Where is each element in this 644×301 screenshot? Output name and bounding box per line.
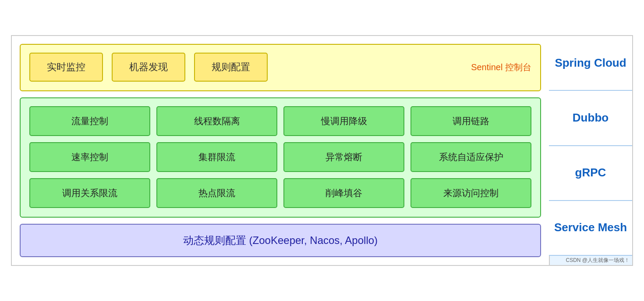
features-panel: 流量控制 线程数隔离 慢调用降级 调用链路 速率控制 集群限流 异常熔断 系统自…: [20, 97, 541, 218]
watermark: CSDN @人生就像一场戏！: [549, 256, 632, 265]
feature-thread-isolation: 线程数隔离: [156, 106, 277, 136]
feature-peak-shaving: 削峰填谷: [283, 178, 404, 208]
features-row-2: 速率控制 集群限流 异常熔断 系统自适应保护: [29, 142, 531, 172]
sentinel-box-config: 规则配置: [194, 53, 268, 82]
feature-call-chain: 调用链路: [410, 106, 531, 136]
features-row-1: 流量控制 线程数隔离 慢调用降级 调用链路: [29, 106, 531, 136]
feature-flow-control: 流量控制: [29, 106, 150, 136]
feature-slow-call: 慢调用降级: [283, 106, 404, 136]
feature-access-control: 来源访问控制: [410, 178, 531, 208]
main-content: 实时监控 机器发现 规则配置 Sentinel 控制台 流量控制 线程数隔离 慢…: [12, 36, 549, 265]
sentinel-panel: 实时监控 机器发现 规则配置 Sentinel 控制台: [20, 44, 541, 91]
feature-hotspot: 热点限流: [156, 178, 277, 208]
feature-exception-break: 异常熔断: [283, 142, 404, 172]
feature-rate-control: 速率控制: [29, 142, 150, 172]
feature-cluster-limit: 集群限流: [156, 142, 277, 172]
sentinel-label: Sentinel 控制台: [471, 61, 531, 73]
features-row-3: 调用关系限流 热点限流 削峰填谷 来源访问控制: [29, 178, 531, 208]
feature-call-relation: 调用关系限流: [29, 178, 150, 208]
main-diagram: 实时监控 机器发现 规则配置 Sentinel 控制台 流量控制 线程数隔离 慢…: [11, 35, 633, 266]
right-sidebar: Spring Cloud Dubbo gRPC Service Mesh CSD…: [549, 36, 632, 265]
sidebar-item-spring-cloud[interactable]: Spring Cloud: [549, 36, 632, 91]
sentinel-box-realtime: 实时监控: [29, 53, 103, 82]
dynamic-panel: 动态规则配置 (ZooKeeper, Nacos, Apollo): [20, 224, 541, 257]
sidebar-item-dubbo[interactable]: Dubbo: [549, 91, 632, 146]
sidebar-item-service-mesh[interactable]: Service Mesh: [549, 201, 632, 256]
sentinel-box-discovery: 机器发现: [112, 53, 185, 82]
sentinel-boxes: 实时监控 机器发现 规则配置: [29, 53, 462, 82]
sidebar-item-grpc[interactable]: gRPC: [549, 146, 632, 201]
feature-system-adaptive: 系统自适应保护: [410, 142, 531, 172]
